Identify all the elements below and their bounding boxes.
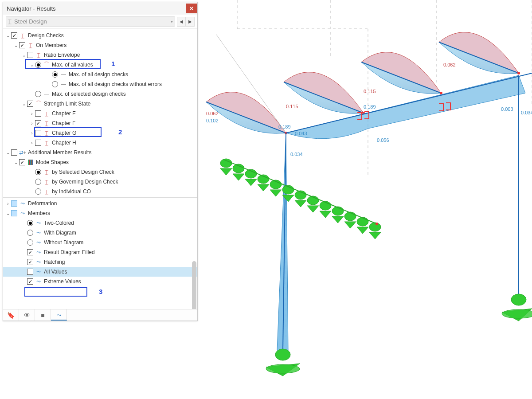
tree-item-ch-h[interactable]: › Chapter H [3, 138, 197, 148]
radio[interactable] [35, 188, 41, 195]
expand-icon[interactable]: ⌄ [13, 160, 19, 165]
radio[interactable] [52, 71, 58, 78]
tree-item-by-ind[interactable]: by Individual CO [3, 187, 197, 196]
tree-item-hatching[interactable]: Hatching [3, 257, 197, 267]
beam-icon [35, 52, 42, 59]
radio[interactable] [35, 179, 41, 185]
beam-icon [43, 120, 50, 127]
tree-item-with-diag[interactable]: With Diagram [3, 228, 197, 238]
tree-item-sls[interactable]: ⌄ Strength Limit State [3, 99, 197, 109]
tree-item-add-member[interactable]: ⌄ Additional Member Results [3, 148, 197, 157]
footer-tabs: 🔖 👁 ■ [3, 309, 197, 321]
expand-icon[interactable]: ⌄ [21, 102, 27, 106]
checkbox[interactable] [11, 210, 17, 216]
tree-item-by-sel[interactable]: by Selected Design Check [3, 167, 197, 177]
footer-tab-bookmark[interactable]: 🔖 [3, 309, 19, 321]
checkbox[interactable] [11, 32, 17, 39]
radio[interactable] [52, 81, 58, 87]
tree-item-by-gov[interactable]: by Governing Design Check [3, 177, 197, 187]
svg-marker-22 [220, 168, 232, 175]
svg-point-48 [376, 223, 378, 225]
checkbox[interactable] [27, 52, 33, 58]
svg-point-45 [369, 223, 381, 231]
radio[interactable] [35, 169, 41, 175]
svg-marker-44 [357, 227, 368, 234]
checkbox[interactable] [19, 42, 25, 48]
close-button[interactable]: × [186, 4, 197, 13]
checkbox[interactable] [35, 120, 41, 126]
checkbox[interactable] [35, 140, 41, 146]
stripes-icon [27, 160, 34, 165]
tree-item-result-filled[interactable]: Result Diagram Filled [3, 247, 197, 257]
tree-label: Max. of all design checks [69, 71, 128, 78]
tree-item-ch-f[interactable]: › Chapter F [3, 118, 197, 128]
scrollbar[interactable] [192, 261, 196, 309]
footer-tab-eye[interactable]: 👁 [19, 309, 35, 321]
expand-icon[interactable]: › [29, 121, 35, 126]
svg-point-21 [220, 159, 232, 168]
tree-item-members[interactable]: ⌄ Members [3, 208, 197, 218]
expand-icon[interactable]: ⌄ [5, 33, 11, 38]
checkbox[interactable] [27, 269, 33, 275]
tree-label: Design Checks [28, 32, 64, 39]
tree-item-deformation[interactable]: › Deformation [3, 199, 197, 208]
expand-icon[interactable]: ⌄ [5, 211, 11, 216]
prev-button[interactable]: ◀ [177, 17, 186, 27]
label-0189b: 0.189 [364, 104, 376, 110]
radio[interactable] [27, 239, 33, 246]
tree-label: Result Diagram Filled [44, 249, 95, 255]
checkbox[interactable] [11, 149, 17, 156]
tree-item-ratio-envelope[interactable]: ⌄ Ratio Envelope [3, 50, 197, 60]
checkbox[interactable] [35, 110, 41, 117]
module-combo[interactable]: Steel Design ▾ [6, 16, 175, 27]
checkbox[interactable] [27, 101, 33, 107]
checkbox[interactable] [27, 249, 33, 255]
next-button[interactable]: ▶ [186, 17, 195, 27]
checkbox[interactable] [11, 200, 17, 207]
tree-item-design-checks[interactable]: ⌄ Design Checks [3, 31, 197, 40]
footer-tab-results[interactable] [51, 309, 67, 321]
checkbox[interactable] [27, 259, 33, 265]
expand-icon[interactable]: ⌄ [29, 63, 35, 67]
tree-label: Chapter G [52, 130, 76, 136]
expand-icon[interactable]: › [29, 141, 35, 145]
tree-item-max-all-values[interactable]: ⌄ Max. of all values [3, 60, 197, 70]
tree-item-mode-shapes[interactable]: ⌄ Mode Shapes [3, 157, 197, 167]
support-base-left [266, 349, 300, 376]
tree-item-without-diag[interactable]: Without Diagram [3, 238, 197, 247]
radio[interactable] [35, 62, 41, 68]
expand-icon[interactable]: › [29, 111, 35, 116]
tree-label: Max. of all values [52, 62, 93, 68]
dash-icon [60, 71, 67, 78]
tree-item-extreme-values[interactable]: Extreme Values [3, 277, 197, 286]
tree-item-max-all-dc-noerr[interactable]: Max. of all design checks without errors [3, 79, 197, 89]
expand-icon[interactable]: › [5, 201, 11, 206]
viewport-3d[interactable]: 0.062 0.102 0.115 0.189 0.115 0.189 0.06… [200, 0, 532, 399]
tree-item-max-all-dc[interactable]: Max. of all design checks [3, 70, 197, 79]
tree-item-all-values[interactable]: All Values [3, 267, 197, 277]
tree-label: Extreme Values [44, 278, 81, 285]
expand-icon[interactable]: ⌄ [21, 53, 27, 58]
checkbox[interactable] [35, 130, 41, 136]
svg-marker-46 [369, 232, 381, 239]
highlight-2-number: 2 [118, 128, 122, 136]
sym-icon [19, 149, 26, 156]
expand-icon[interactable]: › [29, 131, 35, 136]
tree-item-on-members[interactable]: ⌄ On Members [3, 40, 197, 50]
radio[interactable] [27, 220, 33, 226]
tree-item-two-colored[interactable]: Two-Colored [3, 218, 197, 228]
checkbox[interactable] [27, 278, 33, 285]
radio[interactable] [27, 230, 33, 236]
expand-icon[interactable]: ⌄ [5, 150, 11, 155]
label-0115a: 0.115 [286, 104, 298, 109]
svg-point-13 [440, 92, 442, 94]
checkbox[interactable] [19, 159, 25, 165]
tree-item-ch-e[interactable]: › Chapter E [3, 109, 197, 118]
tree-item-ch-g[interactable]: › Chapter G [3, 128, 197, 138]
tree-item-max-sel-dc[interactable]: Max. of selected design checks [3, 89, 197, 99]
beam-diagram-3 [361, 52, 442, 94]
expand-icon[interactable]: ⌄ [13, 43, 19, 48]
radio[interactable] [35, 91, 41, 97]
footer-tab-camera[interactable]: ■ [35, 309, 51, 321]
label-0043: 0.043 [295, 131, 307, 136]
